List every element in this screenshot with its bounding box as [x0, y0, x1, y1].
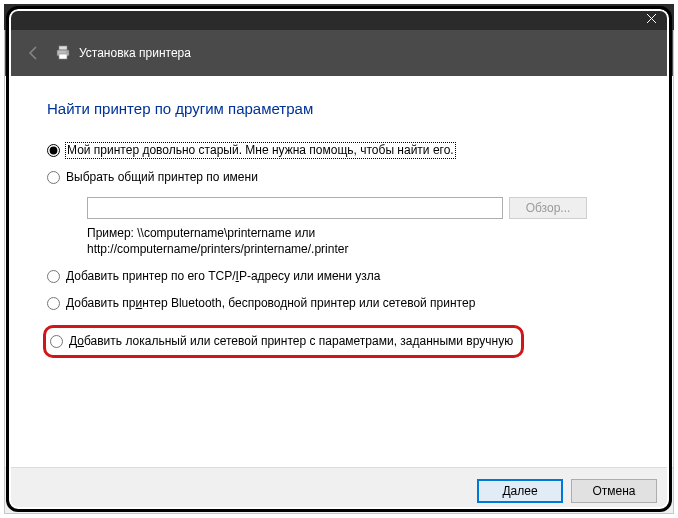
- svg-point-3: [66, 51, 68, 53]
- label-old-printer: Мой принтер довольно старый. Мне нужна п…: [66, 143, 455, 158]
- titlebar: [4, 4, 674, 30]
- svg-rect-0: [59, 46, 67, 50]
- option-old-printer[interactable]: Мой принтер довольно старый. Мне нужна п…: [47, 143, 631, 158]
- label-bluetooth: Добавить принтер Bluetooth, беспроводной…: [66, 296, 475, 311]
- next-button[interactable]: Далее: [477, 479, 563, 503]
- cancel-button[interactable]: Отмена: [571, 479, 657, 503]
- example-text: Пример: \\computername\printername или h…: [87, 225, 631, 257]
- header-band: Установка принтера: [5, 30, 673, 76]
- highlight-outline: Добавить локальный или сетевой принтер с…: [43, 325, 524, 358]
- radio-shared-by-name[interactable]: [47, 171, 60, 184]
- close-icon: [646, 13, 657, 24]
- label-manual: Добавить локальный или сетевой принтер с…: [69, 334, 513, 349]
- radio-tcpip[interactable]: [47, 270, 60, 283]
- back-arrow-icon: [26, 45, 42, 61]
- button-bar: Далее Отмена: [5, 467, 673, 513]
- radio-old-printer[interactable]: [47, 144, 60, 157]
- shared-sub-area: Обзор... Пример: \\computername\printern…: [87, 197, 631, 257]
- label-tcpip: Добавить принтер по его TCP/IP-адресу ил…: [66, 269, 380, 284]
- window-title: Установка принтера: [79, 46, 191, 60]
- radio-bluetooth[interactable]: [47, 297, 60, 310]
- option-manual[interactable]: Добавить локальный или сетевой принтер с…: [50, 334, 513, 349]
- option-bluetooth[interactable]: Добавить принтер Bluetooth, беспроводной…: [47, 296, 631, 311]
- option-tcpip[interactable]: Добавить принтер по его TCP/IP-адресу ил…: [47, 269, 631, 284]
- back-button[interactable]: [21, 40, 47, 66]
- svg-rect-2: [59, 54, 67, 59]
- example-line2: http://computername/printers/printername…: [87, 242, 348, 256]
- printer-icon: [55, 45, 71, 61]
- shared-name-input[interactable]: [87, 197, 503, 219]
- option-shared-by-name[interactable]: Выбрать общий принтер по имени: [47, 170, 631, 185]
- content-area: Найти принтер по другим параметрам Мой п…: [5, 76, 673, 466]
- label-shared-by-name: Выбрать общий принтер по имени: [66, 170, 258, 185]
- example-line1: Пример: \\computername\printername или: [87, 226, 315, 240]
- close-button[interactable]: [628, 4, 674, 30]
- page-heading: Найти принтер по другим параметрам: [47, 100, 631, 117]
- browse-button: Обзор...: [509, 197, 587, 219]
- radio-manual[interactable]: [50, 335, 63, 348]
